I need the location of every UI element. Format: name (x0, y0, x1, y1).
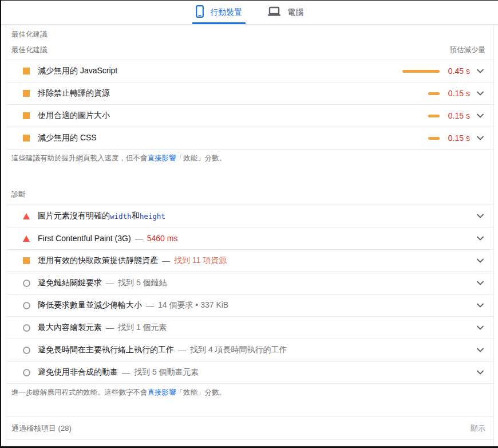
diagnostic-value: 14 個要求 • 337 KiB (158, 300, 228, 311)
diagnostic-title: 最大內容繪製元素 (38, 323, 102, 333)
diagnostic-value: 找到 11 項資源 (174, 256, 227, 266)
chevron-down-icon[interactable] (476, 370, 484, 375)
opportunities-header-title: 最佳化建議 (11, 45, 48, 55)
tab-desktop-label: 電腦 (287, 7, 303, 18)
diagnostic-title: 圖片元素沒有明確的 (38, 211, 110, 221)
opportunity-row[interactable]: 使用合適的圖片大小 0.15 s (6, 105, 493, 127)
dash-separator: — (135, 234, 143, 243)
diagnostic-title: 避免鏈結關鍵要求 (38, 278, 102, 288)
diagnostic-value: 找到 4 項長時間執行的工作 (190, 345, 287, 355)
note-text: 這些建議有助於提升網頁載入速度，但不會 (11, 154, 148, 162)
info-circle-icon (22, 280, 30, 287)
direct-impact-link[interactable]: 直接影響 (148, 388, 176, 396)
dash-separator: — (178, 345, 186, 355)
chevron-down-icon[interactable] (476, 325, 484, 330)
info-circle-icon (22, 347, 30, 354)
warning-square-icon (22, 68, 30, 74)
diagnostic-title: 避免使用非合成的動畫 (38, 367, 118, 378)
chevron-down-icon[interactable] (476, 236, 484, 241)
dash-separator: — (146, 301, 154, 310)
chevron-down-icon[interactable] (476, 348, 484, 352)
passed-audits-label: 通過稽核項目 (28) (11, 423, 72, 434)
note-text: 進一步瞭解應用程式的效能。這些數字不會 (11, 388, 148, 396)
diagnostic-value: 找到 1 個元素 (118, 323, 167, 333)
info-circle-icon (22, 302, 30, 309)
opportunities-header-savings: 預估減少量 (450, 45, 486, 55)
diagnostic-row[interactable]: 降低要求數量並減少傳輸大小 — 14 個要求 • 337 KiB (6, 294, 493, 317)
diagnostic-title: 避免長時間在主要執行緒上執行的工作 (38, 345, 174, 355)
note-text: 「效能」分數。 (176, 154, 227, 162)
chevron-down-icon[interactable] (476, 113, 484, 118)
report-card: 最佳化建議 最佳化建議 預估減少量 減少無用的 JavaScript 0.45 … (6, 25, 494, 446)
diagnostic-row[interactable]: 避免長時間在主要執行緒上執行的工作 — 找到 4 項長時間執行的工作 (6, 339, 493, 361)
note-text: 「效能」分數。 (176, 388, 227, 396)
diagnostic-title: First Contentful Paint (3G) (38, 234, 131, 243)
warning-square-icon (22, 90, 30, 97)
tab-desktop[interactable]: 電腦 (264, 1, 307, 24)
diagnostic-row[interactable]: 避免鏈結關鍵要求 — 找到 5 個鏈結 (6, 272, 493, 294)
chevron-down-icon[interactable] (476, 69, 484, 73)
fail-triangle-icon (22, 235, 30, 242)
pagespeed-report: 行動裝置 電腦 最佳化建議 最佳化建議 預估減少量 減少無用的 JavaScri… (0, 0, 498, 448)
dash-separator: — (162, 256, 170, 265)
code-height: height (140, 212, 165, 221)
dash-separator: — (106, 278, 114, 288)
diagnostic-value: 找到 5 個鏈結 (118, 278, 167, 288)
dash-separator: — (106, 323, 114, 332)
opportunity-title: 排除禁止轉譯的資源 (38, 88, 110, 99)
code-width: width (110, 212, 132, 221)
passed-audits-section: 通過稽核項目 (28) 顯示 (6, 416, 493, 440)
chevron-down-icon[interactable] (476, 136, 484, 140)
diagnostic-title: 降低要求數量並減少傳輸大小 (38, 300, 142, 311)
opportunity-row[interactable]: 排除禁止轉譯的資源 0.15 s (6, 82, 493, 105)
diagnostics-list: 圖片元素沒有明確的width和height First Contentful P… (6, 205, 493, 384)
savings-bar (428, 115, 440, 117)
diagnostic-row[interactable]: 避免使用非合成的動畫 — 找到 5 個動畫元素 (6, 361, 493, 384)
diagnostic-title: 運用有效的快取政策提供靜態資產 (38, 256, 158, 266)
savings-bar (428, 92, 440, 95)
opportunity-title: 減少無用的 JavaScript (38, 66, 117, 76)
opportunities-sticky-label: 最佳化建議 (6, 29, 493, 40)
chevron-down-icon[interactable] (476, 258, 484, 263)
savings-value: 0.15 s (442, 133, 470, 143)
device-tabbar: 行動裝置 電腦 (1, 1, 498, 25)
opportunity-row[interactable]: 減少無用的 CSS 0.15 s (6, 127, 493, 150)
diagnostics-note: 進一步瞭解應用程式的效能。這些數字不會直接影響「效能」分數。 (6, 388, 493, 397)
diagnostic-title: 和 (132, 211, 140, 221)
diagnostic-value: 找到 5 個動畫元素 (134, 367, 199, 378)
diagnostic-row[interactable]: 運用有效的快取政策提供靜態資產 — 找到 11 項資源 (6, 250, 493, 272)
chevron-down-icon[interactable] (476, 303, 484, 308)
direct-impact-link[interactable]: 直接影響 (148, 154, 176, 162)
chevron-down-icon[interactable] (476, 281, 484, 285)
savings-value: 0.15 s (442, 111, 470, 120)
diagnostics-label: 診斷 (6, 189, 493, 199)
diagnostic-row[interactable]: 最大內容繪製元素 — 找到 1 個元素 (6, 317, 493, 339)
diagnostic-row[interactable]: 圖片元素沒有明確的width和height (6, 205, 493, 227)
savings-bar (402, 70, 440, 73)
warning-square-icon (22, 135, 30, 142)
opportunity-row[interactable]: 減少無用的 JavaScript 0.45 s (6, 60, 493, 82)
tab-mobile-label: 行動裝置 (210, 7, 242, 18)
opportunities-table-header: 最佳化建議 預估減少量 (6, 45, 493, 60)
savings-value: 0.15 s (442, 89, 470, 98)
savings-value: 0.45 s (442, 66, 470, 76)
laptop-icon (267, 6, 281, 18)
chevron-down-icon[interactable] (476, 91, 484, 96)
smartphone-icon (196, 5, 204, 19)
info-circle-icon (22, 369, 30, 376)
diagnostic-value: 5460 ms (147, 234, 178, 243)
warning-square-icon (22, 112, 30, 119)
chevron-down-icon[interactable] (476, 214, 484, 218)
opportunities-note: 這些建議有助於提升網頁載入速度，但不會直接影響「效能」分數。 (6, 154, 493, 163)
savings-bar (428, 137, 440, 140)
show-button[interactable]: 顯示 (471, 423, 485, 434)
opportunity-title: 減少無用的 CSS (38, 133, 97, 143)
diagnostic-row[interactable]: First Contentful Paint (3G) — 5460 ms (6, 227, 493, 250)
fail-triangle-icon (22, 213, 30, 219)
tab-mobile[interactable]: 行動裝置 (192, 1, 246, 24)
passed-audits-header: 通過稽核項目 (28) 顯示 (6, 417, 493, 440)
dash-separator: — (122, 368, 130, 377)
info-circle-icon (22, 324, 30, 332)
warning-square-icon (22, 257, 30, 264)
opportunity-title: 使用合適的圖片大小 (38, 111, 110, 121)
